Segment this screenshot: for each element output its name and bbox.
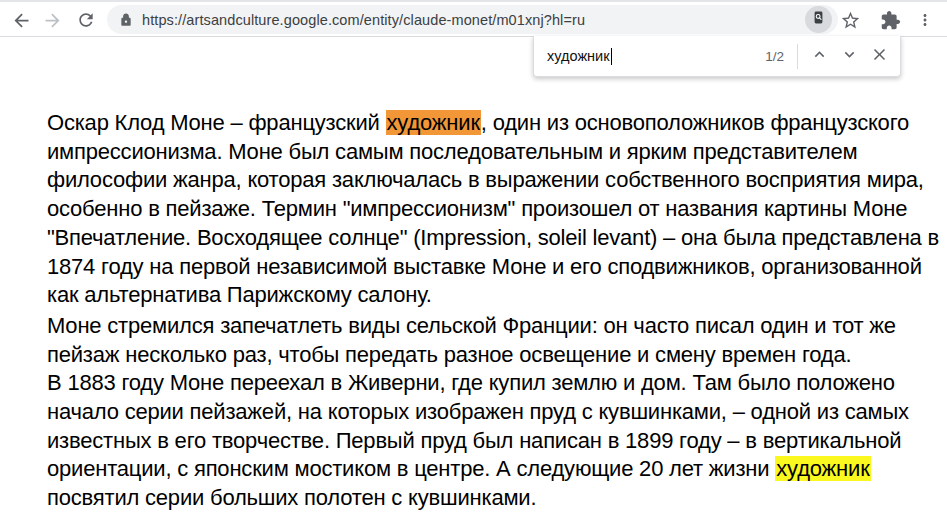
search-page-button[interactable] [805, 6, 832, 33]
chevron-up-icon [810, 45, 829, 68]
text-caret [611, 48, 613, 65]
text-segment: как альтернатива Парижскому салону. [47, 282, 432, 307]
bookmark-button[interactable] [836, 6, 864, 34]
menu-dots-icon [916, 11, 934, 29]
text-segment: "Впечатление. Восходящее солнце" (Impres… [47, 225, 939, 250]
text-line: 1874 году на первой независимой выставке… [47, 253, 939, 282]
address-bar[interactable]: https://artsandculture.google.com/entity… [107, 5, 838, 34]
text-line: посвятил серии больших полотен с кувшинк… [47, 484, 939, 513]
text-segment: посвятил серии больших полотен с кувшинк… [47, 485, 536, 510]
extensions-icon [880, 10, 901, 31]
url-text: https://artsandculture.google.com/entity… [142, 12, 585, 28]
text-line: Моне стремился запечатлеть виды сельской… [47, 312, 939, 341]
text-line: особенно в пейзаже. Термин "импрессиониз… [47, 195, 939, 224]
text-segment: Оскар Клод Моне – французский [47, 110, 386, 135]
text-line: ориентации, с японским мостиком в центре… [47, 455, 939, 484]
text-segment: , один из основоположников французского [481, 110, 909, 135]
text-line: "Впечатление. Восходящее солнце" (Impres… [47, 224, 939, 253]
find-match: художник [775, 456, 870, 481]
text-segment: известных в его творчестве. Первый пруд … [47, 428, 901, 453]
text-segment: импрессионизма. Моне был самым последова… [47, 139, 857, 164]
browser-toolbar: https://artsandculture.google.com/entity… [0, 0, 947, 37]
extensions-button[interactable] [876, 6, 904, 34]
paragraph: Моне стремился запечатлеть виды сельской… [47, 312, 939, 513]
text-segment: 1874 году на первой независимой выставке… [47, 254, 922, 279]
bookmark-star-icon [840, 10, 861, 31]
text-line: Оскар Клод Моне – французский художник, … [47, 109, 939, 138]
find-next-button[interactable] [834, 41, 864, 71]
reload-button[interactable] [72, 6, 100, 34]
text-line: пейзаж несколько раз, чтобы передать раз… [47, 341, 939, 370]
text-line: философии жанра, которая заключалась в в… [47, 166, 939, 195]
find-close-button[interactable] [864, 41, 894, 71]
text-line: начало серии пейзажей, на которых изобра… [47, 398, 939, 427]
browser-menu-button[interactable] [911, 6, 939, 34]
text-line: В 1883 году Моне переехал в Живерни, где… [47, 369, 939, 398]
find-query-text: художник [547, 48, 610, 64]
find-bar-divider [797, 44, 798, 69]
find-bar: художник 1/2 [533, 36, 901, 77]
text-segment: ориентации, с японским мостиком в центре… [47, 456, 775, 481]
text-line: известных в его творчестве. Первый пруд … [47, 427, 939, 456]
find-match-active: художник [386, 110, 481, 135]
text-segment: пейзаж несколько раз, чтобы передать раз… [47, 342, 851, 367]
back-icon [11, 10, 32, 31]
paragraph: Оскар Клод Моне – французский художник, … [47, 109, 939, 310]
article: Оскар Клод Моне – французский художник, … [47, 109, 939, 513]
text-segment: В 1883 году Моне переехал в Живерни, где… [47, 370, 895, 395]
lock-icon[interactable] [119, 13, 133, 27]
text-segment: начало серии пейзажей, на которых изобра… [47, 399, 909, 424]
search-page-icon [810, 9, 827, 30]
text-segment: философии жанра, которая заключалась в в… [47, 167, 924, 192]
back-button[interactable] [7, 6, 35, 34]
chevron-down-icon [840, 45, 859, 68]
text-segment: особенно в пейзаже. Термин "импрессиониз… [47, 196, 907, 221]
forward-button[interactable] [38, 6, 66, 34]
forward-icon [42, 10, 63, 31]
find-input[interactable]: художник [547, 48, 765, 65]
find-match-count: 1/2 [765, 49, 784, 64]
reload-icon [76, 10, 96, 30]
text-segment: Моне стремился запечатлеть виды сельской… [47, 313, 896, 338]
find-previous-button[interactable] [804, 41, 834, 71]
text-line: как альтернатива Парижскому салону. [47, 281, 939, 310]
text-line: импрессионизма. Моне был самым последова… [47, 138, 939, 167]
close-icon [870, 45, 889, 68]
